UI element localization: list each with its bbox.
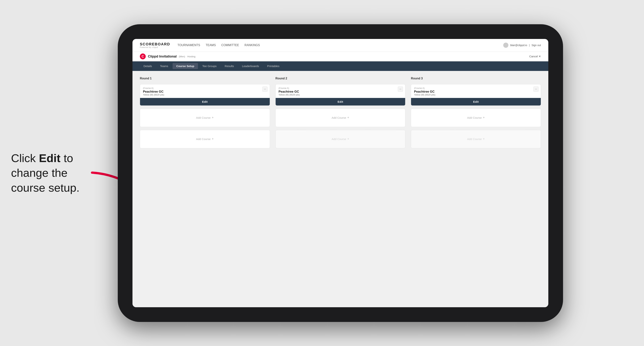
round-1-label: Round 1	[140, 77, 270, 80]
round-1-delete-button[interactable]	[262, 87, 268, 92]
round-3-course-label: (Course A)	[414, 87, 538, 89]
tablet-frame: SCOREBOARD Powered by clippd TOURNAMENTS…	[118, 24, 563, 322]
round-1-course-header: (Course A) Peachtree GC Yellow (M) (6629…	[140, 84, 270, 98]
gender-tag: (Men)	[179, 55, 185, 58]
round-3-delete-button[interactable]	[534, 87, 538, 92]
logo-area: SCOREBOARD Powered by clippd	[140, 42, 170, 48]
nav-tournaments[interactable]: TOURNAMENTS	[178, 43, 200, 47]
round-2-column: Round 2 (Course A) Peachtree GC Yellow (…	[276, 77, 406, 148]
tab-printables[interactable]: Printables	[264, 63, 283, 69]
tab-course-setup[interactable]: Course Setup	[172, 63, 198, 69]
round-3-column: Round 3 (Course A) Peachtree GC Yellow (…	[411, 77, 541, 148]
round-2-course-label: (Course A)	[278, 87, 402, 89]
round-1-course-details: Yellow (M) (6629 yds)	[143, 94, 267, 96]
round-2-add-course-1[interactable]: Add Course +	[276, 109, 406, 127]
main-content: Round 1 (Course A) Peachtree GC Yellow (…	[132, 71, 548, 307]
tab-results[interactable]: Results	[221, 63, 238, 69]
status-tag: Hosting	[187, 55, 196, 58]
svg-rect-2	[400, 89, 401, 89]
add-course-label-2: Add Course	[196, 138, 210, 141]
svg-rect-1	[264, 89, 266, 89]
tab-details[interactable]: Details	[140, 63, 156, 69]
plus-icon-r3-1: +	[483, 116, 485, 120]
round-3-add-course-1[interactable]: Add Course +	[411, 109, 541, 127]
round-3-course-details: Yellow (M) (6629 yds)	[414, 94, 538, 96]
round-1-edit-button[interactable]: Edit	[140, 98, 270, 105]
clippd-logo: C	[140, 53, 146, 59]
plus-icon-r3-2: +	[483, 137, 485, 141]
round-1-course-card: (Course A) Peachtree GC Yellow (M) (6629…	[140, 84, 270, 106]
tab-leaderboards[interactable]: Leaderboards	[238, 63, 263, 69]
round-2-course-name: Peachtree GC	[278, 90, 402, 94]
round-2-delete-button[interactable]	[398, 87, 403, 92]
tablet-screen: SCOREBOARD Powered by clippd TOURNAMENTS…	[132, 39, 548, 307]
round-2-label: Round 2	[276, 77, 406, 80]
tab-teams[interactable]: Teams	[156, 63, 172, 69]
bold-edit: Edit	[39, 152, 60, 165]
round-2-course-card: (Course A) Peachtree GC Yellow (M) (6629…	[276, 84, 406, 106]
round-1-course-label: (Course A)	[143, 87, 267, 89]
plus-icon-r1-2: +	[212, 137, 214, 141]
round-3-label: Round 3	[411, 77, 541, 80]
round-3-course-card: (Course A) Peachtree GC Yellow (M) (6629…	[411, 84, 541, 106]
top-nav: SCOREBOARD Powered by clippd TOURNAMENTS…	[132, 39, 548, 52]
round-1-add-course-2[interactable]: Add Course +	[140, 130, 270, 148]
round-2-course-header: (Course A) Peachtree GC Yellow (M) (6629…	[276, 84, 405, 98]
logo-title: SCOREBOARD	[140, 42, 170, 46]
plus-icon-r2-2: +	[347, 137, 349, 141]
round-1-course-name: Peachtree GC	[143, 90, 267, 94]
avatar	[503, 43, 508, 48]
round-2-edit-button[interactable]: Edit	[276, 98, 405, 105]
round-1-add-course-1[interactable]: Add Course +	[140, 109, 270, 127]
plus-icon-r2-1: +	[347, 116, 349, 120]
tabs-bar: Details Teams Course Setup Tee Groups Re…	[132, 61, 548, 71]
add-course-r2-label: Add Course	[332, 116, 346, 119]
round-3-edit-button[interactable]: Edit	[411, 98, 541, 105]
plus-icon-r1-1: +	[212, 116, 214, 120]
nav-rankings[interactable]: RANKINGS	[244, 43, 260, 47]
breadcrumb-left: C Clippd Invitational (Men) Hosting	[140, 53, 196, 59]
add-course-r3-label: Add Course	[467, 116, 482, 119]
round-1-column: Round 1 (Course A) Peachtree GC Yellow (…	[140, 77, 270, 148]
user-email: blair@clippd.io	[510, 44, 527, 47]
nav-links: TOURNAMENTS TEAMS COMMITTEE RANKINGS	[178, 43, 260, 47]
instruction-text: Click Edit tochange thecourse setup.	[11, 151, 107, 195]
add-course-r2-label-2: Add Course	[332, 138, 346, 141]
round-3-course-header: (Course A) Peachtree GC Yellow (M) (6629…	[411, 84, 541, 98]
round-2-course-details: Yellow (M) (6629 yds)	[278, 94, 402, 96]
breadcrumb-bar: C Clippd Invitational (Men) Hosting Canc…	[132, 52, 548, 61]
rounds-grid: Round 1 (Course A) Peachtree GC Yellow (…	[140, 77, 541, 148]
tournament-name: Clippd Invitational	[148, 55, 177, 58]
round-2-add-course-2: Add Course +	[276, 130, 406, 148]
cancel-button[interactable]: Cancel ✕	[529, 55, 541, 58]
logo-subtitle: Powered by clippd	[140, 46, 170, 48]
round-3-course-name: Peachtree GC	[414, 90, 538, 94]
nav-teams[interactable]: TEAMS	[206, 43, 216, 47]
nav-separator: |	[529, 44, 530, 47]
round-3-add-course-2: Add Course +	[411, 130, 541, 148]
nav-left: SCOREBOARD Powered by clippd TOURNAMENTS…	[140, 42, 260, 48]
nav-right: blair@clippd.io | Sign out	[503, 43, 541, 48]
nav-committee[interactable]: COMMITTEE	[221, 43, 239, 47]
svg-rect-3	[535, 89, 537, 89]
add-course-label: Add Course	[196, 116, 210, 119]
tab-tee-groups[interactable]: Tee Groups	[199, 63, 220, 69]
sign-out-link[interactable]: Sign out	[532, 44, 541, 47]
add-course-r3-label-2: Add Course	[467, 138, 482, 141]
